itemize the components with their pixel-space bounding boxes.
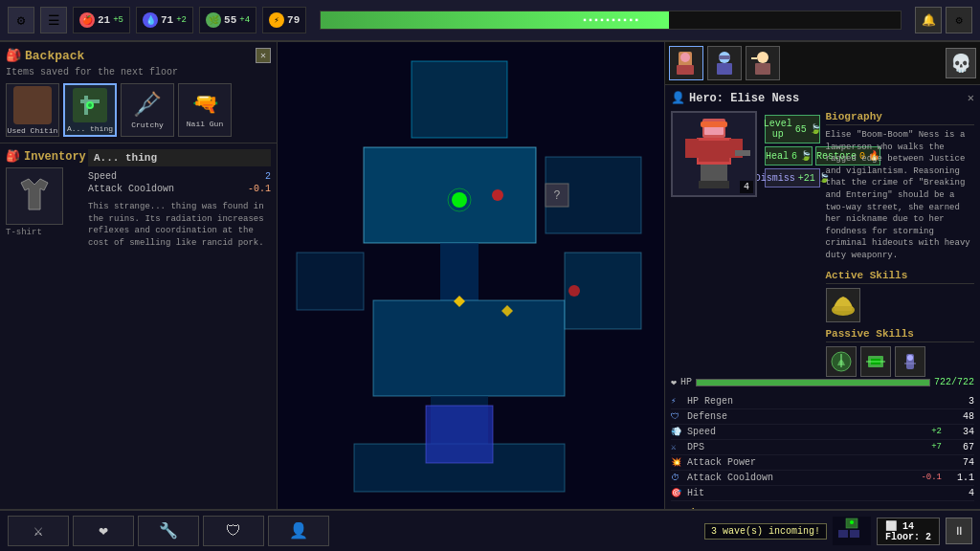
top-right-icons: 🔔 ⚙: [915, 7, 972, 33]
resource-food: 🍎 21 +5: [73, 7, 130, 33]
menu-icon[interactable]: ☰: [40, 7, 67, 33]
hero-thumb-2[interactable]: [746, 46, 780, 80]
defense-icon: 🛡: [671, 411, 684, 422]
backpack-item-0[interactable]: Used Chitin: [6, 83, 59, 137]
recruit-button[interactable]: 👤: [268, 516, 329, 546]
settings-icon[interactable]: ⚙: [8, 7, 34, 33]
pause-button[interactable]: ⏸: [946, 518, 972, 544]
dps-icon: ⚔: [671, 442, 684, 452]
svg-point-30: [757, 52, 768, 63]
biography-skills-col: Biography Elise "Boom-Boom" Ness is a la…: [826, 111, 975, 377]
nature-delta: +4: [239, 15, 250, 25]
tshirt-label: T-shirt: [6, 228, 82, 237]
passive-skill-0[interactable]: [826, 346, 857, 377]
hero-close-button[interactable]: ✕: [968, 91, 974, 105]
heal-val: 6: [791, 151, 797, 162]
item-name-1: A... thing: [67, 124, 113, 133]
nailgun-icon: 🔫: [192, 92, 218, 118]
attack-button[interactable]: ⚔: [8, 516, 69, 546]
passive-skill-2[interactable]: [895, 346, 925, 377]
stat-hp-regen: ⚡ HP Regen 3: [671, 394, 974, 409]
svg-rect-28: [717, 63, 732, 75]
inventory-header: 🎒 Inventory: [6, 149, 82, 164]
hp-icon: ❤: [671, 377, 677, 388]
backpack-item-3[interactable]: 🔫 Nail Gun: [178, 83, 232, 137]
inventory-panel: 🎒 Inventory T-shirt A... thing Speed 2: [0, 143, 277, 509]
hero-portraits-row: 💀: [665, 42, 980, 85]
stat-hit: 🎯 Hit 4: [671, 486, 974, 501]
tile-count: ⬜: [885, 521, 902, 532]
bottom-right-area: 3 wave(s) incoming! ⬜ 14 Floor: 2 ⏸: [704, 517, 972, 545]
tshirt-slot[interactable]: [6, 167, 63, 225]
backpack-item-2[interactable]: 🩼 Crutchy: [121, 83, 174, 137]
water-icon: 💧: [143, 12, 158, 28]
svg-rect-26: [677, 65, 694, 75]
tool-button[interactable]: 🔧: [138, 516, 199, 546]
stat-hit-label: Hit: [687, 488, 946, 498]
hp-bar-fill: [697, 380, 929, 386]
food-delta: +5: [113, 15, 123, 25]
main-area: 🎒 Backpack ✕ Items saved for the next fl…: [0, 42, 980, 509]
item-name-3: Nail Gun: [187, 120, 223, 128]
energy-value: 79: [287, 14, 300, 26]
backpack-close-button[interactable]: ✕: [256, 48, 271, 63]
hp-value: 722/722: [934, 377, 974, 387]
biography-label: Biography: [826, 111, 975, 125]
stat-speed-mod: +2: [931, 427, 942, 436]
svg-point-25: [680, 53, 690, 62]
stat-dps: ⚔ DPS +7 67: [671, 440, 974, 455]
heal-restore-row: Heal 6 🍃 Restore 0 🔥: [765, 146, 820, 165]
svg-rect-43: [699, 181, 714, 188]
backpack-item-1[interactable]: A... thing: [63, 83, 117, 137]
shield-button[interactable]: 🛡: [203, 516, 264, 546]
notification-icon[interactable]: 🔔: [915, 7, 942, 33]
stat-hp-regen-label: HP Regen: [687, 396, 946, 407]
dismiss-button[interactable]: Dismiss +21 🍃: [765, 168, 820, 187]
map-area[interactable]: ?: [278, 42, 664, 509]
xp-bar-dots: ▪▪▪▪▪▪▪▪▪▪: [582, 15, 639, 26]
hero-portrait-sprite-0: [671, 48, 702, 78]
svg-rect-37: [699, 141, 729, 162]
passive-skill-1[interactable]: [860, 346, 891, 377]
passive-0-svg: [830, 350, 853, 373]
stat-dps-val: 67: [946, 442, 974, 452]
cooldown-stat: Attack Cooldown -0.1: [88, 183, 271, 195]
heal-button[interactable]: Heal 6 🍃: [765, 146, 813, 165]
food-icon: 🍎: [79, 12, 95, 28]
svg-rect-6: [412, 61, 507, 138]
dismiss-val: +21: [798, 173, 815, 184]
hero-thumb-0[interactable]: [669, 46, 703, 80]
inventory-icon: 🎒: [6, 149, 20, 164]
active-skills-icons: [826, 288, 975, 322]
levelup-label: Level up: [764, 119, 792, 140]
settings2-icon[interactable]: ⚙: [946, 7, 972, 33]
svg-point-3: [88, 103, 92, 107]
stat-attack-power: 💥 Attack Power 74: [671, 455, 974, 471]
inventory-right: A... thing Speed 2 Attack Cooldown -0.1 …: [88, 149, 271, 503]
hp-bar: [696, 379, 930, 386]
passive-skills-label: Passive Skills: [826, 328, 975, 342]
floor-info: ⬜ 14 Floor: 2: [877, 518, 940, 545]
skill-icon-0[interactable]: [826, 288, 860, 322]
levelup-button[interactable]: Level up 65 🍃: [765, 115, 820, 143]
stat-defense-val: 48: [946, 411, 974, 422]
stat-defense: 🛡 Defense 48: [671, 409, 974, 425]
hero-portrait-sprite-2: [747, 48, 778, 78]
svg-rect-8: [440, 243, 479, 300]
food-value: 21: [98, 14, 110, 26]
biography-text: Elise "Boom-Boom" Ness is a lawperson wh…: [826, 129, 975, 262]
hero-portrait-sprite-1: [709, 48, 740, 78]
selected-item-title: A... thing: [88, 149, 271, 166]
active-skills-section: Active Skills: [826, 270, 975, 322]
hero-thumb-1[interactable]: [707, 46, 742, 80]
skull-icon: 💀: [946, 48, 976, 78]
item-name-0: Used Chitin: [8, 126, 58, 135]
hero-name: 👤 Hero: Elise Ness: [671, 91, 799, 105]
passive-1-svg: [864, 350, 887, 373]
leaf-icon: 🍃: [810, 123, 821, 135]
svg-point-53: [907, 355, 913, 361]
hero-detail: 👤 Hero: Elise Ness ✕: [665, 85, 980, 509]
resource-water: 💧 71 +2: [136, 7, 193, 33]
heal-button-bottom[interactable]: ❤: [73, 516, 134, 546]
svg-text:?: ?: [553, 189, 560, 203]
